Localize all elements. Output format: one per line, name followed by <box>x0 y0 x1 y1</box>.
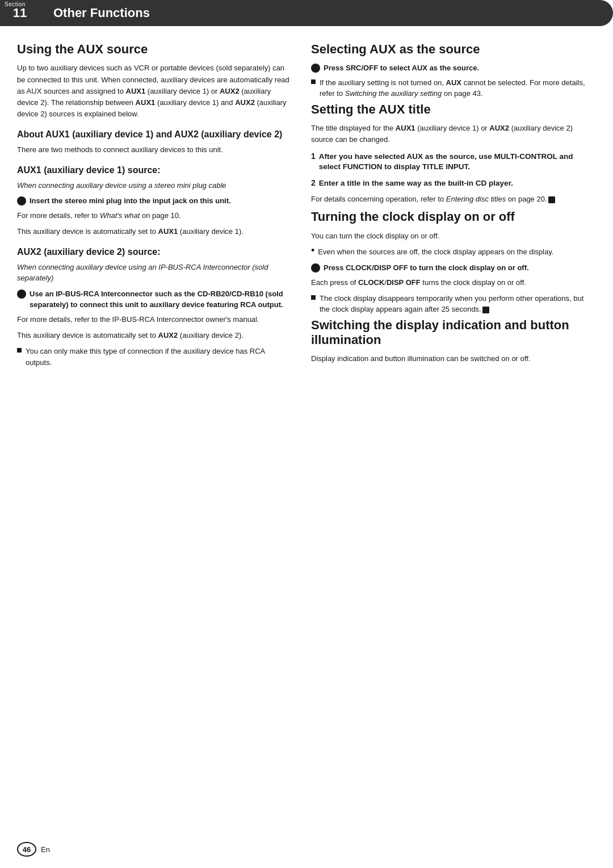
square-bullet-icon-2 <box>311 79 316 84</box>
setting-aux-title: Setting the AUX title <box>311 102 596 117</box>
page-footer: 46 En <box>17 842 596 857</box>
aux2-title: AUX2 (auxiliary device 2) source: <box>17 246 293 258</box>
clock-dot-bullet: • Even when the sources are off, the clo… <box>311 246 596 258</box>
step1-number: 1 <box>311 152 316 161</box>
left-column: Using the AUX source Up to two auxiliary… <box>17 42 306 371</box>
aux2-note: You can only make this type of connectio… <box>17 346 293 368</box>
aux1-auto-text: This auxiliary device is automatically s… <box>17 226 293 237</box>
square-bullet-icon-3 <box>311 295 316 300</box>
clock-detail: Each press of CLOCK/DISP OFF turns the c… <box>311 277 596 288</box>
step2-content: Enter a title in the same way as the bui… <box>319 178 596 189</box>
step2-detail: For details concerning operation, refer … <box>311 194 596 205</box>
aux2-bullet-label: Use an IP-BUS-RCA Interconnector such as… <box>30 288 293 311</box>
step2-number: 2 <box>311 178 316 187</box>
bullet-circle-icon-4 <box>311 263 320 272</box>
step2-title: Enter a title in the same way as the bui… <box>319 179 513 187</box>
aux2-bullet: Use an IP-BUS-RCA Interconnector such as… <box>17 288 293 311</box>
using-aux-title: Using the AUX source <box>17 42 293 57</box>
aux1-bullet: Insert the stereo mini plug into the inp… <box>17 195 293 207</box>
selecting-note-text: If the auxiliary setting is not turned o… <box>320 77 596 99</box>
clock-display-title: Turning the clock display on or off <box>311 209 596 224</box>
square-bullet-icon <box>17 348 22 353</box>
clock-note-text: The clock display disappears temporarily… <box>320 293 596 315</box>
switching-display-title: Switching the display indication and but… <box>311 318 596 348</box>
clock-dot-text: Even when the sources are off, the clock… <box>318 246 553 258</box>
step1: 1 After you have selected AUX as the sou… <box>311 152 596 173</box>
aux2-auto-text: This auxiliary device is automatically s… <box>17 330 293 341</box>
section-title-bar: Other Functions <box>40 0 613 26</box>
aux1-italic: When connecting auxiliary device using a… <box>17 180 293 191</box>
bullet-circle-icon-2 <box>17 290 26 299</box>
section-label: Section <box>5 1 26 7</box>
aux2-italic: When connecting auxiliary device using a… <box>17 262 293 284</box>
about-aux-text: There are two methods to connect auxilia… <box>17 144 293 156</box>
about-aux-title: About AUX1 (auxiliary device 1) and AUX2… <box>17 129 293 141</box>
step1-content: After you have selected AUX as the sourc… <box>319 152 596 173</box>
aux2-detail: For more details, refer to the IP-BUS-RC… <box>17 314 293 325</box>
dot-icon: • <box>311 245 314 255</box>
end-marker-1 <box>548 196 555 203</box>
section-header: Section 11 Other Functions <box>0 0 613 26</box>
section-number: 11 <box>13 6 27 20</box>
selecting-note: If the auxiliary setting is not turned o… <box>311 77 596 99</box>
clock-circle-bullet: Press CLOCK/DISP OFF to turn the clock d… <box>311 262 596 274</box>
using-aux-intro: Up to two auxiliary devices such as VCR … <box>17 62 293 120</box>
step1-title: After you have selected AUX as the sourc… <box>319 152 573 171</box>
aux1-title: AUX1 (auxiliary device 1) source: <box>17 165 293 177</box>
bullet-circle-icon <box>17 196 26 206</box>
lang-label: En <box>41 845 50 854</box>
switching-intro: Display indication and button illuminati… <box>311 353 596 364</box>
clock-intro: You can turn the clock display on or off… <box>311 230 596 242</box>
step2: 2 Enter a title in the same way as the b… <box>311 178 596 189</box>
section-number-block: Section 11 <box>0 0 40 26</box>
end-marker-2 <box>482 307 489 313</box>
selecting-aux-title: Selecting AUX as the source <box>311 42 596 57</box>
content-area: Using the AUX source Up to two auxiliary… <box>0 42 613 388</box>
section-title: Other Functions <box>53 6 150 20</box>
clock-note: The clock display disappears temporarily… <box>311 293 596 315</box>
selecting-bullet-text: Press SRC/OFF to select AUX as the sourc… <box>324 62 479 74</box>
bullet-circle-icon-3 <box>311 64 320 73</box>
clock-circle-text: Press CLOCK/DISP OFF to turn the clock d… <box>324 262 529 274</box>
page-number: 46 <box>17 842 36 857</box>
setting-aux-intro: The title displayed for the AUX1 (auxili… <box>311 123 596 145</box>
selecting-bullet: Press SRC/OFF to select AUX as the sourc… <box>311 62 596 74</box>
aux1-detail: For more details, refer to What's what o… <box>17 210 293 221</box>
aux1-bullet-label: Insert the stereo mini plug into the inp… <box>30 195 231 207</box>
right-column: Selecting AUX as the source Press SRC/OF… <box>306 42 596 371</box>
aux2-note-text: You can only make this type of connectio… <box>26 346 293 368</box>
page-container: Section 11 Other Functions Using the AUX… <box>0 0 613 868</box>
